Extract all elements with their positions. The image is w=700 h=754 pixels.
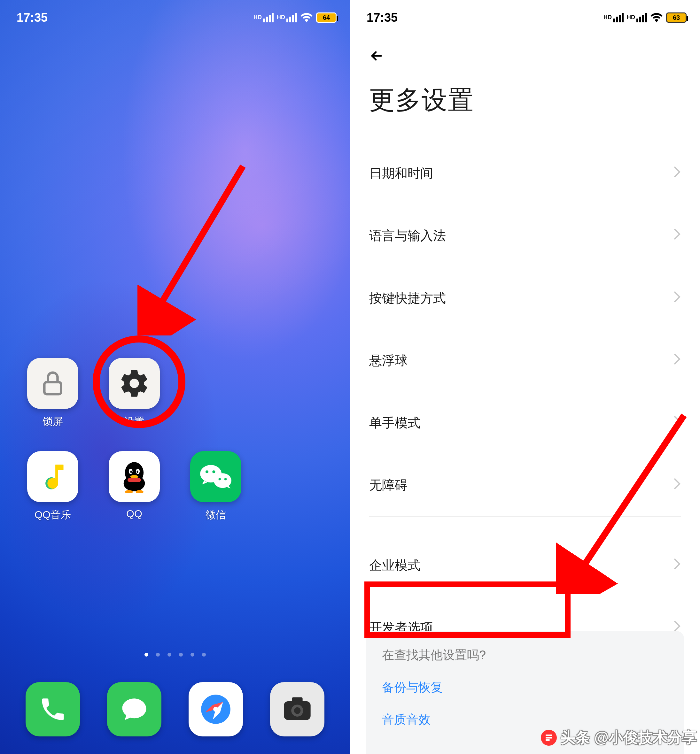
chevron-right-icon bbox=[673, 228, 681, 244]
chevron-right-icon bbox=[673, 165, 681, 181]
svg-point-21 bbox=[294, 707, 301, 714]
settings-item-datetime[interactable]: 日期和时间 bbox=[350, 142, 700, 205]
chevron-right-icon bbox=[673, 557, 681, 573]
settings-item-label: 日期和时间 bbox=[369, 164, 433, 182]
chevron-right-icon bbox=[673, 353, 681, 368]
settings-item-label: 企业模式 bbox=[369, 557, 420, 574]
svg-point-13 bbox=[214, 473, 231, 488]
signal-1-icon: HD bbox=[603, 13, 623, 22]
dock-app-phone[interactable] bbox=[26, 682, 80, 737]
svg-point-14 bbox=[219, 478, 221, 480]
link-sound-effect[interactable]: 音质音效 bbox=[382, 712, 668, 728]
app-qq[interactable]: QQ bbox=[101, 451, 168, 522]
app-label: QQ bbox=[126, 508, 142, 520]
svg-rect-19 bbox=[292, 698, 302, 703]
qq-icon bbox=[109, 451, 160, 502]
app-wechat[interactable]: 微信 bbox=[182, 451, 249, 522]
settings-item-shortcut[interactable]: 按键快捷方式 bbox=[350, 267, 700, 329]
svg-line-22 bbox=[153, 166, 243, 316]
svg-rect-9 bbox=[128, 478, 141, 482]
svg-point-8 bbox=[130, 475, 138, 478]
settings-item-floatball[interactable]: 悬浮球 bbox=[350, 329, 700, 392]
app-label: QQ音乐 bbox=[34, 508, 71, 522]
settings-item-language[interactable]: 语言与输入法 bbox=[350, 205, 700, 267]
chevron-right-icon bbox=[673, 290, 681, 306]
status-time: 17:35 bbox=[367, 11, 398, 25]
phone-home-screen: 17:35 HD HD 64 锁屏 bbox=[0, 0, 350, 754]
dock-app-messages[interactable] bbox=[107, 682, 161, 737]
app-label: 微信 bbox=[206, 508, 226, 522]
settings-item-onehand[interactable]: 单手模式 bbox=[350, 392, 700, 454]
watermark: 头条 @小俊技术分享 bbox=[541, 728, 697, 748]
lock-icon bbox=[27, 358, 78, 409]
svg-point-15 bbox=[224, 478, 227, 480]
dock bbox=[19, 682, 331, 737]
svg-rect-0 bbox=[44, 382, 61, 394]
app-label: 设置 bbox=[124, 415, 144, 429]
signal-2-icon: HD bbox=[627, 13, 647, 22]
settings-item-accessibility[interactable]: 无障碍 bbox=[350, 454, 700, 516]
wifi-icon bbox=[650, 11, 663, 24]
signal-1-icon: HD bbox=[253, 13, 273, 22]
settings-item-label: 悬浮球 bbox=[369, 352, 408, 369]
toutiao-logo-icon bbox=[541, 730, 557, 746]
watermark-text: 头条 @小俊技术分享 bbox=[561, 728, 697, 748]
signal-2-icon: HD bbox=[277, 13, 297, 22]
dock-app-camera[interactable] bbox=[270, 682, 324, 737]
settings-item-enterprise[interactable]: 企业模式 bbox=[350, 534, 700, 596]
wifi-icon bbox=[300, 11, 313, 24]
annotation-arrow-icon bbox=[138, 160, 249, 336]
status-bar: 17:35 HD HD 63 bbox=[350, 0, 700, 35]
settings-item-label: 无障碍 bbox=[369, 476, 408, 494]
phone-settings-screen: 17:35 HD HD 63 更多设置 日期和时间 bbox=[350, 0, 700, 754]
svg-point-6 bbox=[130, 471, 132, 473]
svg-point-11 bbox=[206, 470, 208, 473]
svg-rect-26 bbox=[545, 739, 550, 741]
wechat-icon bbox=[190, 451, 241, 502]
chevron-right-icon bbox=[673, 415, 681, 431]
svg-point-12 bbox=[212, 470, 215, 473]
page-indicator[interactable] bbox=[0, 653, 350, 657]
app-qqmusic[interactable]: QQ音乐 bbox=[19, 451, 86, 522]
more-settings-question: 在查找其他设置吗? bbox=[382, 647, 668, 663]
qqmusic-icon bbox=[27, 451, 78, 502]
dock-app-browser[interactable] bbox=[189, 682, 243, 737]
chevron-right-icon bbox=[673, 477, 681, 493]
svg-point-7 bbox=[137, 471, 138, 473]
status-time: 17:35 bbox=[17, 11, 48, 25]
link-backup-restore[interactable]: 备份与恢复 bbox=[382, 679, 668, 696]
svg-point-17 bbox=[213, 707, 218, 712]
settings-item-label: 按键快捷方式 bbox=[369, 289, 446, 307]
status-bar: 17:35 HD HD 64 bbox=[0, 0, 350, 35]
settings-item-label: 语言与输入法 bbox=[369, 227, 446, 244]
settings-list: 日期和时间 语言与输入法 按键快捷方式 悬浮球 单手模式 无障碍 企业模式 bbox=[350, 142, 700, 659]
svg-rect-25 bbox=[545, 737, 552, 739]
svg-rect-24 bbox=[545, 735, 552, 736]
battery-icon: 63 bbox=[666, 12, 687, 23]
gear-icon bbox=[109, 358, 160, 409]
status-icons: HD HD 64 bbox=[253, 11, 337, 24]
home-app-grid: 锁屏 设置 QQ音乐 QQ 微信 bbox=[19, 358, 331, 522]
settings-item-label: 单手模式 bbox=[369, 414, 420, 432]
status-icons: HD HD 63 bbox=[603, 11, 687, 24]
back-button[interactable] bbox=[366, 45, 388, 67]
battery-icon: 64 bbox=[316, 12, 337, 23]
app-lock[interactable]: 锁屏 bbox=[19, 358, 86, 429]
page-title: 更多设置 bbox=[369, 83, 474, 117]
app-label: 锁屏 bbox=[42, 415, 63, 429]
app-settings[interactable]: 设置 bbox=[101, 358, 168, 429]
